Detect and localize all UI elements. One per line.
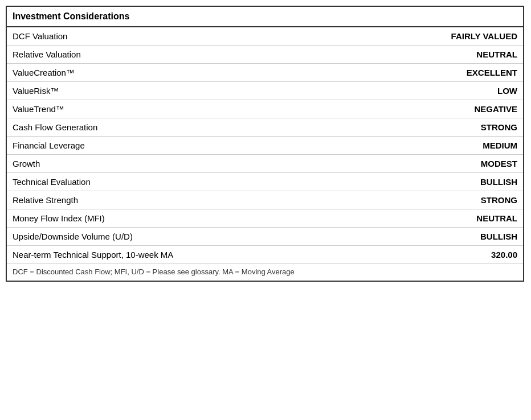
row-label: Relative Strength xyxy=(13,195,78,205)
row-label: Financial Leverage xyxy=(13,141,85,150)
table-title: Investment Considerations xyxy=(13,11,129,21)
table-row: Cash Flow GenerationSTRONG xyxy=(7,118,523,137)
row-value: LOW xyxy=(497,86,517,96)
investment-considerations-table: Investment Considerations DCF ValuationF… xyxy=(6,6,524,282)
row-label: Growth xyxy=(13,159,40,168)
row-label: ValueTrend™ xyxy=(13,104,64,114)
table-footer: DCF = Discounted Cash Flow; MFI, U/D = P… xyxy=(7,263,523,281)
table-row: Technical EvaluationBULLISH xyxy=(7,173,523,191)
row-label: ValueRisk™ xyxy=(13,86,59,96)
row-label: Technical Evaluation xyxy=(13,177,91,187)
row-value: STRONG xyxy=(481,195,517,205)
row-value: MODEST xyxy=(481,159,517,168)
table-row: Money Flow Index (MFI)NEUTRAL xyxy=(7,209,523,228)
row-value: NEUTRAL xyxy=(476,50,517,59)
table-row: Upside/Downside Volume (U/D)BULLISH xyxy=(7,228,523,246)
table-row: ValueTrend™NEGATIVE xyxy=(7,100,523,118)
row-label: Relative Valuation xyxy=(13,50,81,59)
table-row: ValueRisk™LOW xyxy=(7,82,523,100)
row-label: ValueCreation™ xyxy=(13,68,75,77)
row-value: FAIRLY VALUED xyxy=(451,31,517,41)
table-row: DCF ValuationFAIRLY VALUED xyxy=(7,27,523,46)
row-value: MEDIUM xyxy=(483,141,517,150)
row-value: BULLISH xyxy=(480,177,517,187)
row-label: Upside/Downside Volume (U/D) xyxy=(13,232,133,241)
table-header: Investment Considerations xyxy=(7,7,523,27)
table-row: ValueCreation™EXCELLENT xyxy=(7,64,523,82)
row-label: Money Flow Index (MFI) xyxy=(13,213,105,223)
table-row: Relative ValuationNEUTRAL xyxy=(7,46,523,64)
row-value: STRONG xyxy=(481,122,517,132)
table-row: Financial LeverageMEDIUM xyxy=(7,137,523,155)
row-label: Cash Flow Generation xyxy=(13,122,97,132)
table-row: GrowthMODEST xyxy=(7,155,523,173)
row-value: NEGATIVE xyxy=(474,104,517,114)
row-label: DCF Valuation xyxy=(13,31,67,41)
footer-text: DCF = Discounted Cash Flow; MFI, U/D = P… xyxy=(13,267,295,276)
row-value: BULLISH xyxy=(480,232,517,241)
row-label: Near-term Technical Support, 10-week MA xyxy=(13,250,173,260)
row-value: NEUTRAL xyxy=(476,213,517,223)
row-value: EXCELLENT xyxy=(467,68,517,77)
table-row: Relative StrengthSTRONG xyxy=(7,191,523,209)
table-row: Near-term Technical Support, 10-week MA3… xyxy=(7,246,523,263)
row-value: 320.00 xyxy=(491,250,517,260)
